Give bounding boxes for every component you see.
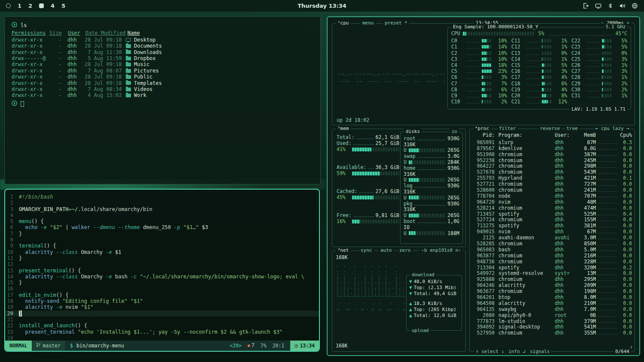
process-row[interactable]: 964508alacrittydhh210M0.0 bbox=[472, 300, 632, 306]
filter-button[interactable]: filter bbox=[497, 126, 518, 132]
process-row[interactable]: 527721chromiumdhh727M0.0 bbox=[472, 181, 632, 187]
process-row[interactable]: 527724chromiumdhh155M0.0 bbox=[472, 217, 632, 223]
process-row[interactable]: 964246alacrittydhh209M0.0 bbox=[472, 282, 632, 288]
process-row[interactable]: 778704nodedhh707M0.0 bbox=[472, 193, 632, 199]
proc-footer: ↑ select ↓ info ↲ signals bbox=[474, 349, 551, 355]
network-globe-icon[interactable] bbox=[632, 3, 638, 9]
process-row[interactable]: 527678chromiumdhh543M0.0 bbox=[472, 169, 632, 175]
process-row[interactable]: 713275spotifydhh381M0.0 bbox=[472, 223, 632, 229]
header-user: User bbox=[62, 30, 80, 36]
file-row: drwxr-xr-x-dhh 7 Aug 08:07Pictures bbox=[12, 68, 313, 74]
process-row[interactable]: 528285chromiumdhh850M0.0 bbox=[472, 241, 632, 247]
signals-key[interactable]: signals bbox=[530, 349, 550, 355]
code-line[interactable]: 23 present_terminal "echo 'Installing $1… bbox=[5, 329, 319, 335]
net-interface[interactable]: ‹b enp191s0 n› bbox=[419, 247, 463, 253]
process-row[interactable]: 964227chromiumdhh298M0.0 bbox=[472, 163, 632, 169]
code-line[interactable]: 1#!/bin/bash bbox=[5, 194, 319, 200]
code-line[interactable]: 6 echo -e "$2" | walker --dmenu --theme … bbox=[5, 224, 319, 230]
process-row[interactable]: 951908chromiumdhh387M0.0 bbox=[472, 151, 632, 157]
cpu-col-2: C111%C121%C130%C141%C155%C163%C174%C186%… bbox=[511, 38, 567, 105]
cpu-core-row: C261% bbox=[571, 62, 627, 68]
process-row[interactable]: 255793Hyprlanddhh421M0.1 bbox=[472, 175, 632, 181]
process-row[interactable]: 777873lm-studiodhh379M0.0 bbox=[472, 318, 632, 324]
code-line[interactable]: 5menu() { bbox=[5, 218, 319, 224]
workspace-1[interactable]: 1 bbox=[18, 3, 21, 9]
net-zero-tab[interactable]: zero bbox=[398, 247, 413, 253]
screencast-icon[interactable] bbox=[595, 3, 601, 9]
process-row[interactable]: 964261btopdhh8.0M0.0 bbox=[472, 294, 632, 300]
code-line[interactable]: 18 notify-send "Editing config file" "$1… bbox=[5, 298, 319, 304]
workspace-4[interactable]: 4 bbox=[51, 3, 55, 9]
code-line[interactable]: 22install_and_launch() { bbox=[5, 323, 319, 329]
cursor-position: 20:1 bbox=[272, 343, 284, 349]
workspace-circle[interactable] bbox=[6, 3, 11, 8]
process-row[interactable]: 965083bashdhh5.0M0.0 bbox=[472, 247, 632, 253]
editor-lines[interactable]: 1#!/bin/bash23OMARCHY_BIN_PATH=~/.local/… bbox=[5, 190, 319, 341]
reverse-button[interactable]: reverse bbox=[538, 126, 562, 132]
process-row[interactable]: 549972systemd-resolvesyst+13M0.0 bbox=[472, 271, 632, 277]
code-line[interactable]: 14 alacritty --class Omarchy -e bash -c … bbox=[5, 274, 319, 280]
process-row[interactable]: 965091slurpdhh87M0.3 bbox=[472, 139, 632, 145]
code-line[interactable]: 15} bbox=[5, 280, 319, 286]
process-row[interactable]: 964720nvimdhh48M0.0 bbox=[472, 199, 632, 205]
mem-entries: Total:62,1 GiBUsed:25,7 GiB41%Available:… bbox=[337, 134, 399, 243]
cpu-total-meter bbox=[463, 32, 535, 36]
code-line[interactable]: 10 alacritty --class Omarchy -e $1 bbox=[5, 249, 319, 255]
process-row[interactable]: 528600chromiumdhh241M0.0 bbox=[472, 187, 632, 193]
process-row[interactable]: 528214chromiumdhh474M0.0 bbox=[472, 205, 632, 211]
cpu-core-row: C121% bbox=[511, 44, 567, 50]
statusline-clock: ◷13:34 bbox=[290, 341, 319, 351]
code-line[interactable]: 21 bbox=[5, 317, 319, 323]
code-line[interactable]: 16 bbox=[5, 286, 319, 292]
cpu-core-row: C281% bbox=[571, 74, 627, 80]
process-row[interactable]: 952238chromiumdhh245M0.0 bbox=[472, 157, 632, 163]
sort-selector[interactable]: ← cpu lazy → bbox=[594, 126, 631, 132]
net-sync-tab[interactable]: sync bbox=[359, 247, 374, 253]
code-line[interactable]: 4 bbox=[5, 212, 319, 218]
code-line[interactable]: 17edit_in_nvim() { bbox=[5, 292, 319, 298]
cpu-core-row: C910% bbox=[451, 93, 507, 99]
net-auto-tab[interactable]: auto bbox=[379, 247, 394, 253]
select-keys[interactable]: ↑ select ↓ bbox=[476, 349, 504, 355]
process-row[interactable]: 713304spotifydhh320M0.2 bbox=[472, 265, 632, 271]
code-line[interactable]: 12 bbox=[5, 261, 319, 267]
io-tab[interactable]: io bbox=[450, 129, 459, 135]
process-row[interactable]: 963877chromiumdhh216M0.0 bbox=[472, 253, 632, 259]
preset-button[interactable]: preset * bbox=[383, 20, 409, 26]
prompt-line-empty[interactable] bbox=[12, 100, 313, 107]
process-row[interactable]: 527950chromiumdhh355M0.0 bbox=[472, 330, 632, 336]
process-row[interactable]: 964135swaybgdhh7.0M0.0 bbox=[472, 306, 632, 312]
info-key[interactable]: info ↲ bbox=[508, 349, 526, 355]
git-branch[interactable]: master bbox=[32, 341, 65, 351]
process-row[interactable]: 925888chromiumdhh295M0.0 bbox=[472, 276, 632, 282]
code-line[interactable]: 24 bbox=[5, 335, 319, 341]
process-row[interactable]: 963677chromiumdhh198M0.0 bbox=[472, 288, 632, 294]
code-line[interactable]: 13present_terminal() { bbox=[5, 268, 319, 274]
tree-button[interactable]: tree bbox=[565, 126, 580, 132]
process-row[interactable]: 949015nvimdhh67M0.0 bbox=[472, 229, 632, 235]
terminal-cursor[interactable] bbox=[21, 101, 24, 107]
code-line[interactable]: 8 bbox=[5, 237, 319, 243]
code-line[interactable]: 11} bbox=[5, 255, 319, 261]
logout-icon[interactable] bbox=[583, 3, 589, 9]
process-row[interactable]: 879567kdenlivedhh8.0G0.0 bbox=[472, 145, 632, 151]
workspace-5[interactable]: 5 bbox=[61, 3, 65, 9]
process-row[interactable]: 394092signal-desktopdhh541M0.0 bbox=[472, 324, 632, 330]
process-row[interactable]: 948736chromiumdhh328M0.0 bbox=[472, 259, 632, 265]
process-row[interactable]: 713457spotifydhh525M0.4 bbox=[472, 211, 632, 217]
bluetooth-icon[interactable] bbox=[608, 3, 613, 9]
code-line[interactable]: 7} bbox=[5, 231, 319, 237]
menu-button[interactable]: menu bbox=[361, 20, 376, 26]
code-line[interactable]: 9terminal() { bbox=[5, 243, 319, 249]
process-row[interactable]: 2125avahi-daemonavahi3.0M0.0 bbox=[472, 235, 632, 241]
process-row[interactable]: 2080napi/phy0-0root0B0.0 bbox=[472, 312, 632, 318]
volume-icon[interactable] bbox=[619, 3, 626, 9]
cpu-core-row: C155% bbox=[511, 62, 567, 68]
workspace-square[interactable] bbox=[39, 3, 44, 8]
folder-icon bbox=[126, 63, 131, 66]
code-line[interactable]: 3OMARCHY_BIN_PATH=~/.local/share/omarchy… bbox=[5, 206, 319, 212]
code-line[interactable]: 2 bbox=[5, 200, 319, 206]
code-line[interactable]: 19 alacritty -e nvim "$1" bbox=[5, 304, 319, 310]
workspace-2[interactable]: 2 bbox=[28, 3, 32, 9]
code-line[interactable]: 20} bbox=[5, 311, 319, 317]
